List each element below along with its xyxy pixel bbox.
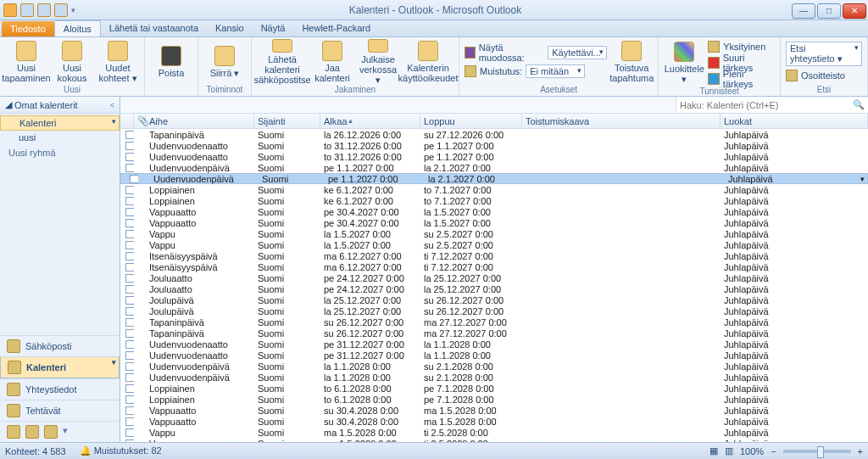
table-row[interactable]: VappuSuomila 1.5.2027 0:00su 2.5.2027 0:…	[120, 228, 868, 239]
appointment-icon	[125, 417, 134, 426]
qat-dropdown-icon[interactable]: ▾	[71, 6, 75, 14]
nav-module-sähköposti[interactable]: Sähköposti	[0, 335, 120, 356]
calendar-permissions-button[interactable]: Kalenterin käyttöoikeudet	[403, 39, 453, 85]
tab-kansio[interactable]: Kansio	[207, 20, 253, 36]
contacts-icon	[7, 383, 20, 396]
table-row[interactable]: LoppiainenSuomito 6.1.2028 0:00pe 7.1.20…	[120, 383, 868, 394]
table-row[interactable]: JoulupäiväSuomila 25.12.2027 0:00su 26.1…	[120, 294, 868, 305]
reminder-select[interactable]: Ei mitään	[526, 64, 585, 78]
table-row[interactable]: VappuaattoSuomisu 30.4.2028 0:00ma 1.5.2…	[120, 416, 868, 427]
low-importance-button[interactable]: Pieni tärkeys	[708, 71, 775, 87]
zoom-level: 100%	[740, 446, 764, 456]
show-as-select[interactable]: Käytettävi...	[548, 46, 607, 59]
table-row[interactable]: UudenvuodenaattoSuomito 31.12.2026 0:00p…	[120, 151, 868, 162]
view-normal-icon[interactable]: ▦	[709, 445, 718, 456]
new-meeting-button[interactable]: Uusi kokous	[51, 39, 93, 85]
search-box[interactable]: 🔍	[676, 97, 868, 113]
nav-module-kalenteri[interactable]: Kalenteri	[0, 356, 120, 378]
zoom-in-button[interactable]: +	[858, 446, 863, 456]
move-button[interactable]: Siirrä ▾	[203, 39, 246, 85]
table-row[interactable]: LoppiainenSuomike 6.1.2027 0:00to 7.1.20…	[120, 195, 868, 206]
share-calendar-button[interactable]: Jaa kalenteri	[311, 39, 353, 85]
redo-icon[interactable]	[54, 3, 68, 17]
email-calendar-button[interactable]: Lähetä kalenteri sähköpostitse	[257, 39, 308, 85]
folder-list-icon[interactable]	[25, 425, 39, 439]
table-row[interactable]: UudenvuodenpäiväSuomipe 1.1.2027 0:00la …	[120, 162, 868, 173]
zoom-out-button[interactable]: −	[771, 446, 776, 456]
maximize-button[interactable]: □	[817, 3, 841, 19]
lock-icon	[708, 41, 720, 53]
tab-file[interactable]: Tiedosto	[2, 21, 54, 36]
col-loppuu[interactable]: Loppuu	[420, 114, 522, 128]
recurrence-button[interactable]: Toistuva tapahtuma	[610, 39, 653, 85]
undo-icon[interactable]	[37, 3, 51, 17]
close-button[interactable]: ✕	[843, 3, 866, 19]
group-label-etsi: Etsi	[786, 85, 862, 94]
nav-module-tehtävät[interactable]: Tehtävät	[0, 400, 120, 421]
table-row[interactable]: UudenvuodenaattoSuomipe 31.12.2027 0:00l…	[120, 350, 868, 361]
table-row[interactable]: JouluaattoSuomipe 24.12.2027 0:00la 25.1…	[120, 283, 868, 294]
table-row[interactable]: VappuSuomima 1.5.2028 0:00ti 2.5.2028 0:…	[120, 427, 868, 438]
table-row[interactable]: JouluaattoSuomipe 24.12.2027 0:00la 25.1…	[120, 272, 868, 283]
table-row[interactable]: VappuaattoSuomisu 30.4.2028 0:00ma 1.5.2…	[120, 405, 868, 416]
navigation-pane: ◢ Omat kalenterit < Kalenteriuusi Uusi r…	[0, 97, 120, 442]
new-appointment-button[interactable]: Uusi tapaaminen	[5, 39, 47, 85]
table-row[interactable]: UudenvuodenpäiväSuomila 1.1.2028 0:00su …	[120, 372, 868, 383]
table-row[interactable]: VappuSuomila 1.5.2027 0:00su 2.5.2027 0:…	[120, 239, 868, 250]
table-row[interactable]: UudenvuodenpäiväSuomipe 1.1.2027 0:00la …	[120, 173, 868, 184]
new-items-button[interactable]: Uudet kohteet ▾	[97, 39, 139, 85]
table-row[interactable]: UudenvuodenaattoSuomito 31.12.2026 0:00p…	[120, 140, 868, 151]
nav-calendar-kalenteri[interactable]: Kalenteri	[0, 115, 120, 131]
group-label-uusi: Uusi	[5, 85, 139, 94]
shortcuts-icon[interactable]	[44, 425, 58, 439]
col-icon[interactable]	[120, 114, 134, 128]
col-attachment[interactable]: 📎	[134, 114, 146, 128]
zoom-slider[interactable]	[783, 450, 851, 453]
tree-collapse-icon[interactable]: ◢	[5, 99, 12, 110]
table-row[interactable]: ItsenäisyyspäiväSuomima 6.12.2027 0:00ti…	[120, 250, 868, 261]
minimize-button[interactable]: —	[792, 3, 815, 19]
col-luokat[interactable]: Luokat	[721, 114, 868, 128]
tab-lähetä-tai-vastaanota[interactable]: Lähetä tai vastaanota	[101, 20, 207, 36]
view-reading-icon[interactable]: ▥	[725, 445, 733, 456]
delete-button[interactable]: Poista	[150, 39, 192, 85]
collapse-pane-icon[interactable]: <	[110, 101, 114, 109]
tab-näytä[interactable]: Näytä	[253, 20, 294, 36]
nav-configure-icon[interactable]: ▾	[63, 425, 68, 439]
table-row[interactable]: LoppiainenSuomito 6.1.2028 0:00pe 7.1.20…	[120, 394, 868, 405]
table-row[interactable]: VappuaattoSuomipe 30.4.2027 0:00la 1.5.2…	[120, 217, 868, 228]
appointment-icon	[125, 384, 134, 393]
nav-module-yhteystiedot[interactable]: Yhteystiedot	[0, 378, 120, 400]
search-input[interactable]	[680, 100, 853, 110]
nav-new-group[interactable]: Uusi ryhmä	[0, 146, 120, 160]
table-body[interactable]: TapaninpäiväSuomila 26.12.2026 0:00su 27…	[120, 129, 868, 442]
table-row[interactable]: TapaninpäiväSuomisu 26.12.2027 0:00ma 27…	[120, 327, 868, 339]
col-aihe[interactable]: Aihe	[146, 114, 254, 128]
table-row[interactable]: ItsenäisyyspäiväSuomima 6.12.2027 0:00ti…	[120, 261, 868, 272]
categorize-button[interactable]: Luokittele ▾	[664, 40, 704, 86]
nav-calendar-uusi[interactable]: uusi	[0, 131, 120, 144]
find-contact-input[interactable]: Etsi yhteystieto ▾	[786, 42, 862, 66]
table-row[interactable]: TapaninpäiväSuomisu 26.12.2027 0:00ma 27…	[120, 316, 868, 327]
table-row[interactable]: TapaninpäiväSuomila 26.12.2026 0:00su 27…	[120, 129, 868, 140]
table-row[interactable]: UudenvuodenaattoSuomipe 31.12.2027 0:00l…	[120, 339, 868, 350]
tab-aloitus[interactable]: Aloitus	[54, 20, 101, 36]
table-row[interactable]: UudenvuodenpäiväSuomila 1.1.2028 0:00su …	[120, 361, 868, 372]
notes-icon[interactable]	[7, 425, 20, 439]
appointment-icon	[125, 164, 134, 172]
publish-online-button[interactable]: Julkaise verkossa ▾	[357, 39, 399, 85]
nav-header-my-calendars[interactable]: ◢ Omat kalenterit <	[0, 97, 120, 114]
col-sijainti[interactable]: Sijainti	[254, 114, 320, 128]
table-row[interactable]: JoulupäiväSuomila 25.12.2027 0:00su 26.1…	[120, 305, 868, 316]
table-row[interactable]: VappuSuomima 1.5.2028 0:00ti 2.5.2028 0:…	[120, 438, 868, 442]
save-icon[interactable]	[20, 3, 34, 17]
tab-hewlett-packard[interactable]: Hewlett-Packard	[293, 20, 379, 36]
table-row[interactable]: VappuaattoSuomipe 30.4.2027 0:00la 1.5.2…	[120, 206, 868, 217]
search-icon[interactable]: 🔍	[853, 99, 865, 110]
col-toistumiskaava[interactable]: Toistumiskaava	[522, 114, 721, 128]
appointment-icon	[125, 362, 134, 371]
reminder-label: Muistutus:	[480, 66, 522, 76]
col-alkaa[interactable]: Alkaa	[320, 114, 420, 128]
address-book-button[interactable]: Osoitteisto	[786, 68, 862, 83]
table-row[interactable]: LoppiainenSuomike 6.1.2027 0:00to 7.1.20…	[120, 184, 868, 195]
